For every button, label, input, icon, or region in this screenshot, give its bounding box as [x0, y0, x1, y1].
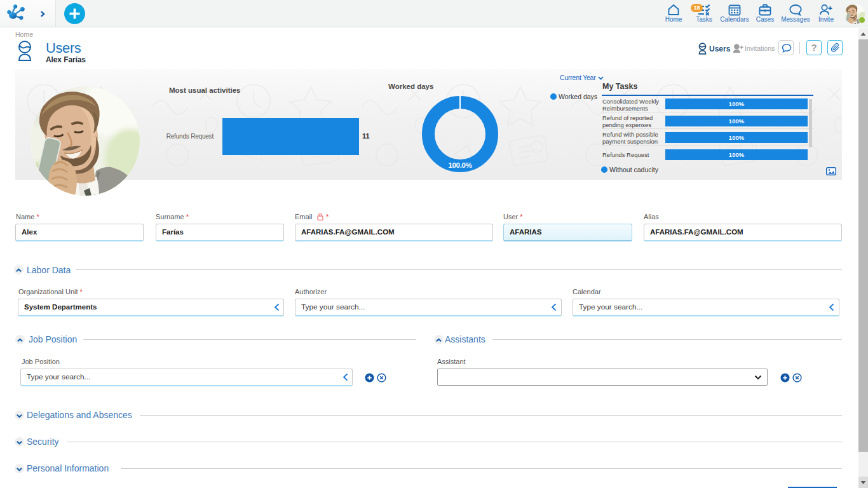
- svg-text:100.0%: 100.0%: [448, 161, 471, 169]
